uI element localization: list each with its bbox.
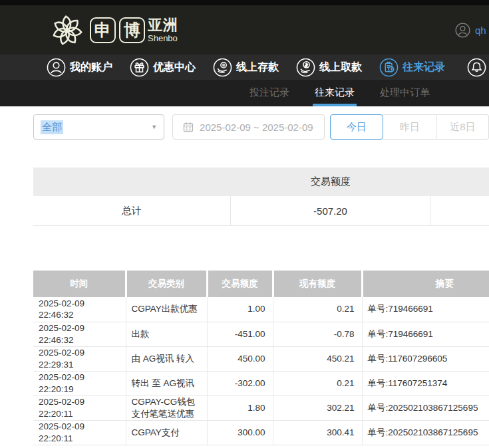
cell-summary: 单号:719466691 <box>362 322 489 346</box>
cell-type: CGPAY支付 <box>126 420 207 445</box>
table-row: 2025-02-09 22:20:11 CGPAY支付 300.00 300.4… <box>33 420 489 445</box>
type-select-value: 全部 <box>41 120 63 134</box>
date-range-input[interactable]: 2025-02-09 ~ 2025-02-09 <box>172 114 325 140</box>
summary-total-value: -507.20 <box>231 196 430 225</box>
cell-balance: 450.21 <box>273 346 362 371</box>
deposit-icon <box>213 58 232 77</box>
gift-icon <box>130 58 149 77</box>
sub-navbar: 投注记录 往来记录 处理中订单 <box>0 81 489 106</box>
user-account-area[interactable]: qh <box>455 5 486 55</box>
filter-bar: 全部 ▼ 2025-02-09 ~ 2025-02-09 今日 昨日 近8日 <box>33 114 489 140</box>
cell-balance: 300.41 <box>273 420 362 445</box>
col-header-amount: 交易额度 <box>207 271 273 297</box>
nav-label: 优惠中心 <box>153 60 196 74</box>
cell-time: 2025-02-09 22:29:31 <box>33 346 126 371</box>
cell-type: 转出 至 AG视讯 <box>126 371 207 395</box>
date-range-text: 2025-02-09 ~ 2025-02-09 <box>200 122 313 133</box>
cell-type: 由 AG视讯 转入 <box>126 346 207 371</box>
cell-summary: 单号:117607251374 <box>362 371 489 395</box>
col-header-summary: 摘要 <box>362 271 489 297</box>
nav-item-transactions[interactable]: 往来记录 <box>379 58 445 77</box>
button-label: 今日 <box>347 121 367 134</box>
today-button[interactable]: 今日 <box>330 114 383 140</box>
notifications-button[interactable] <box>467 58 486 77</box>
nav-item-promotions[interactable]: 优惠中心 <box>130 58 196 77</box>
nav-label: 线上取款 <box>319 60 362 74</box>
button-label: 近8日 <box>450 121 475 134</box>
user-circle-icon <box>47 58 66 77</box>
cell-type: CGPAY-CG钱包支付笔笔送优惠 <box>126 395 207 420</box>
cell-time: 2025-02-09 22:46:32 <box>33 322 126 346</box>
nav-item-withdraw[interactable]: 线上取款 <box>296 58 362 77</box>
col-header-time: 时间 <box>33 271 126 297</box>
tab-betting-records[interactable]: 投注记录 <box>247 81 291 106</box>
user-avatar-icon <box>455 23 470 38</box>
tab-label: 处理中订单 <box>380 86 430 99</box>
nav-item-deposit[interactable]: 线上存款 <box>213 58 279 77</box>
nav-label: 往来记录 <box>403 60 445 74</box>
summary-total-label: 总计 <box>33 196 231 225</box>
calendar-icon <box>183 122 194 132</box>
tab-label: 往来记录 <box>315 86 355 99</box>
tab-label: 投注记录 <box>249 86 289 99</box>
cell-summary: 单号:719466691 <box>362 297 489 322</box>
table-row: 2025-02-09 22:29:31 由 AG视讯 转入 450.00 450… <box>33 346 489 371</box>
chevron-down-icon: ▼ <box>151 124 157 130</box>
table-row: 2025-02-09 22:20:11 CGPAY-CG钱包支付笔笔送优惠 1.… <box>33 395 489 420</box>
nav-label: 我的账户 <box>70 60 112 74</box>
button-label: 昨日 <box>400 121 420 134</box>
table-row: 2025-02-09 22:20:19 转出 至 AG视讯 -302.00 0.… <box>33 371 489 395</box>
cell-time: 2025-02-09 22:46:32 <box>33 297 126 322</box>
last-8-days-button[interactable]: 近8日 <box>436 114 489 140</box>
transactions-table: 时间 交易类别 交易额度 现有额度 摘要 2025-02-09 22:46:32… <box>33 271 489 445</box>
cell-summary: 单号:117607296605 <box>362 346 489 371</box>
cell-amount: 1.80 <box>207 395 273 420</box>
summary-header-row: 交易额度 <box>33 168 489 196</box>
logo-char-shen: 申 <box>90 17 116 43</box>
cell-amount: 1.00 <box>207 297 273 322</box>
nav-item-my-account[interactable]: 我的账户 <box>47 58 112 77</box>
records-icon <box>379 58 399 77</box>
table-row: 2025-02-09 22:46:32 CGPAY出款优惠 1.00 0.21 … <box>33 297 489 322</box>
cell-type: 出款 <box>126 322 207 346</box>
table-header-row: 时间 交易类别 交易额度 现有额度 摘要 <box>33 271 489 297</box>
username-text[interactable]: qh <box>475 25 486 36</box>
transactions-table-container: 时间 交易类别 交易额度 现有额度 摘要 2025-02-09 22:46:32… <box>33 271 489 445</box>
bell-icon <box>467 58 486 77</box>
tab-transaction-records[interactable]: 往来记录 <box>313 81 357 106</box>
cell-time: 2025-02-09 22:20:19 <box>33 371 126 395</box>
cell-balance: 0.21 <box>273 371 362 395</box>
cell-amount: -451.00 <box>207 322 273 346</box>
type-select[interactable]: 全部 ▼ <box>33 114 164 140</box>
cell-amount: -302.00 <box>207 371 273 395</box>
col-header-balance: 现有额度 <box>273 271 362 297</box>
logo-char-bo: 博 <box>119 17 145 43</box>
cell-balance: 0.21 <box>273 297 362 322</box>
flower-logo-icon <box>48 11 86 49</box>
main-navbar: 我的账户 优惠中心 线上存款 线上取款 <box>0 55 489 81</box>
cell-summary: 单号:202502103867125695 <box>362 420 489 445</box>
quick-date-buttons: 今日 昨日 近8日 <box>330 114 489 140</box>
cell-balance: -0.78 <box>273 322 362 346</box>
summary-amount-header: 交易额度 <box>231 175 430 188</box>
tab-pending-orders[interactable]: 处理中订单 <box>378 81 432 106</box>
summary-total-row: 总计 -507.20 <box>33 196 489 226</box>
cell-amount: 450.00 <box>207 346 273 371</box>
yesterday-button[interactable]: 昨日 <box>383 114 436 140</box>
withdraw-icon <box>296 58 315 77</box>
logo-region: 亚洲 Shenbo <box>148 18 178 43</box>
cell-summary: 单号:202502103867125695 <box>362 395 489 420</box>
summary-table: 交易额度 总计 -507.20 <box>33 168 489 226</box>
cell-amount: 300.00 <box>207 420 273 445</box>
logo-bar: 申 博 亚洲 Shenbo qh <box>0 5 489 55</box>
cell-time: 2025-02-09 22:20:11 <box>33 395 126 420</box>
logo-region-en: Shenbo <box>148 34 178 43</box>
logo-region-cn: 亚洲 <box>148 18 178 33</box>
top-strip <box>0 0 489 5</box>
col-header-type: 交易类别 <box>126 271 207 297</box>
cell-time: 2025-02-09 22:20:11 <box>33 420 126 445</box>
nav-label: 线上存款 <box>236 60 279 74</box>
cell-type: CGPAY出款优惠 <box>126 297 207 322</box>
cell-balance: 302.21 <box>273 395 362 420</box>
table-row: 2025-02-09 22:46:32 出款 -451.00 -0.78 单号:… <box>33 322 489 346</box>
